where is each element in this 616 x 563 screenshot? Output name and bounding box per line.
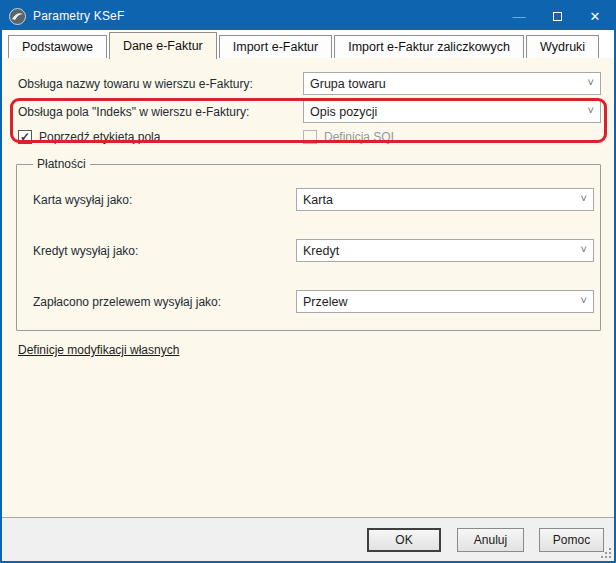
credit-select[interactable]: Kredyt ˅ <box>296 239 594 262</box>
prefix-checkbox-label[interactable]: Poprzedź etykietą pola <box>39 130 160 144</box>
card-value: Karta <box>303 193 581 207</box>
product-name-label: Obsługa nazwy towaru w wierszu e-Faktury… <box>16 77 303 91</box>
resize-grip[interactable] <box>599 546 612 559</box>
minimize-icon[interactable]: — <box>500 2 538 30</box>
ok-button[interactable]: OK <box>367 528 441 552</box>
transfer-select[interactable]: Przelew ˅ <box>296 290 594 313</box>
chevron-down-icon: ˅ <box>581 244 587 254</box>
sql-checkbox <box>303 130 317 144</box>
credit-value: Kredyt <box>303 244 581 258</box>
product-name-row: Obsługa nazwy towaru w wierszu e-Faktury… <box>16 72 601 95</box>
product-name-value: Grupa towaru <box>310 77 588 91</box>
card-label: Karta wysyłaj jako: <box>27 193 296 207</box>
tab-content: Obsługa nazwy towaru w wierszu e-Faktury… <box>2 58 614 517</box>
title-bar[interactable]: Parametry KSeF — ✕ <box>2 2 614 30</box>
chevron-down-icon: ˅ <box>588 105 594 115</box>
index-field-label: Obsługa pola "Indeks" w wierszu e-Faktur… <box>16 105 303 119</box>
window-controls: — ✕ <box>500 2 614 30</box>
payments-legend: Płatności <box>33 157 90 171</box>
card-row: Karta wysyłaj jako: Karta ˅ <box>27 188 590 211</box>
product-name-select[interactable]: Grupa towaru ˅ <box>303 72 601 95</box>
transfer-row: Zapłacono przelewem wysyłaj jako: Przele… <box>27 290 590 313</box>
dialog-window: Parametry KSeF — ✕ Podstawowe Dane e-Fak… <box>0 0 616 563</box>
prefix-checkbox-group[interactable]: ✓ Poprzedź etykietą pola <box>16 130 303 144</box>
sql-checkbox-group: Definicja SQL <box>303 130 601 144</box>
cancel-button[interactable]: Anuluj <box>457 528 524 552</box>
tab-bar: Podstawowe Dane e-Faktur Import e-Faktur… <box>2 30 614 58</box>
payments-groupbox: Płatności Karta wysyłaj jako: Karta ˅ Kr… <box>16 157 601 331</box>
chevron-down-icon: ˅ <box>581 193 587 203</box>
index-field-row: Obsługa pola "Indeks" w wierszu e-Faktur… <box>16 100 601 123</box>
transfer-label: Zapłacono przelewem wysyłaj jako: <box>27 295 296 309</box>
tab-wydruki[interactable]: Wydruki <box>526 35 599 58</box>
tab-dane-e-faktur[interactable]: Dane e-Faktur <box>109 32 217 59</box>
credit-label: Kredyt wysyłaj jako: <box>27 244 296 258</box>
index-field-select[interactable]: Opis pozycji ˅ <box>303 100 601 123</box>
tab-podstawowe[interactable]: Podstawowe <box>8 35 107 58</box>
chevron-down-icon: ˅ <box>588 77 594 87</box>
chevron-down-icon: ˅ <box>581 295 587 305</box>
custom-modifications-link[interactable]: Definicje modyfikacji własnych <box>18 343 179 357</box>
help-button[interactable]: Pomoc <box>539 528 604 552</box>
card-select[interactable]: Karta ˅ <box>296 188 594 211</box>
close-icon[interactable]: ✕ <box>576 2 614 30</box>
maximize-icon[interactable] <box>538 2 576 30</box>
window-title: Parametry KSeF <box>33 9 125 23</box>
tab-import-e-faktur-zaliczkowych[interactable]: Import e-Faktur zaliczkowych <box>334 35 524 58</box>
checkbox-row: ✓ Poprzedź etykietą pola Definicja SQL <box>16 129 601 145</box>
tab-import-e-faktur[interactable]: Import e-Faktur <box>219 35 332 58</box>
index-field-value: Opis pozycji <box>310 105 588 119</box>
credit-row: Kredyt wysyłaj jako: Kredyt ˅ <box>27 239 590 262</box>
app-icon <box>9 8 26 25</box>
prefix-checkbox[interactable]: ✓ <box>18 130 32 144</box>
sql-checkbox-label: Definicja SQL <box>324 130 397 144</box>
transfer-value: Przelew <box>303 295 581 309</box>
button-bar: OK Anuluj Pomoc <box>2 517 614 561</box>
